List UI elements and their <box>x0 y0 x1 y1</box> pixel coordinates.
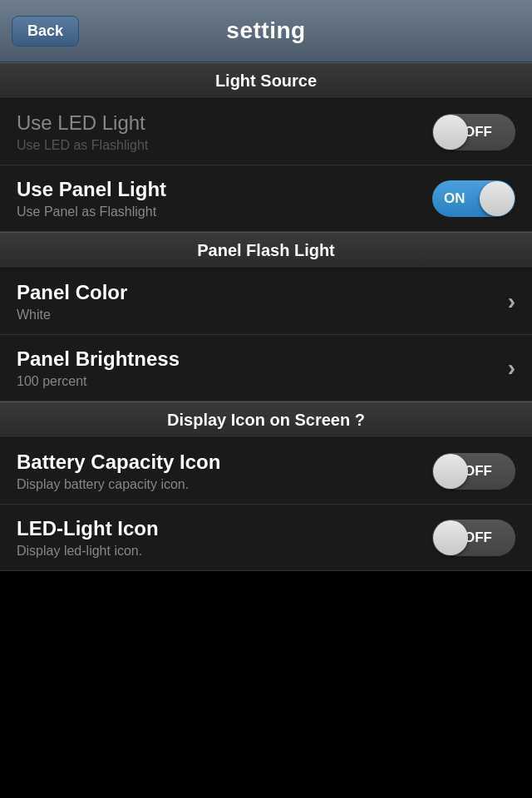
panel-brightness-title: Panel Brightness <box>17 347 508 371</box>
setting-row-content: Battery Capacity Icon Display battery ca… <box>17 451 432 492</box>
battery-capacity-toggle-knob <box>433 454 468 489</box>
panel-light-title: Use Panel Light <box>17 178 432 201</box>
setting-row-use-panel-light: Use Panel Light Use Panel as Flashlight … <box>0 165 532 232</box>
led-light-icon-subtitle: Display led-light icon. <box>17 544 432 559</box>
led-light-toggle-label: OFF <box>464 124 492 140</box>
panel-light-toggle-knob <box>480 181 515 216</box>
section-header-light-source: Light Source <box>0 62 532 99</box>
led-light-icon-toggle-knob <box>433 520 468 555</box>
section-header-panel-flash-label: Panel Flash Light <box>197 241 335 260</box>
panel-light-toggle[interactable]: ON <box>432 180 515 217</box>
section-header-panel-flash-light: Panel Flash Light <box>0 232 532 268</box>
setting-row-use-led-light: Use LED Light Use LED as Flashlight OFF <box>0 99 532 165</box>
back-button[interactable]: Back <box>12 16 79 47</box>
led-light-toggle-knob <box>433 115 468 150</box>
panel-brightness-chevron: › <box>508 355 515 382</box>
setting-row-content: Use LED Light Use LED as Flashlight <box>17 111 432 153</box>
setting-row-content: Use Panel Light Use Panel as Flashlight <box>17 178 432 219</box>
panel-color-chevron: › <box>508 288 515 315</box>
setting-row-content: Panel Brightness 100 percent <box>17 347 508 389</box>
setting-row-panel-color[interactable]: Panel Color White › <box>0 268 532 335</box>
setting-row-panel-brightness[interactable]: Panel Brightness 100 percent › <box>0 335 532 401</box>
panel-light-subtitle: Use Panel as Flashlight <box>17 204 432 219</box>
setting-row-led-light-icon: LED-Light Icon Display led-light icon. O… <box>0 505 532 571</box>
led-light-subtitle: Use LED as Flashlight <box>17 138 432 153</box>
section-header-display-icon-label: Display Icon on Screen ? <box>167 411 365 430</box>
battery-capacity-toggle-label: OFF <box>464 463 492 480</box>
led-light-icon-toggle[interactable]: OFF <box>432 520 515 556</box>
led-light-icon-toggle-label: OFF <box>464 530 492 546</box>
header-title: setting <box>226 17 305 44</box>
section-header-display-icon: Display Icon on Screen ? <box>0 401 532 438</box>
setting-row-content: LED-Light Icon Display led-light icon. <box>17 517 432 559</box>
header: Back setting <box>0 0 532 62</box>
battery-capacity-toggle[interactable]: OFF <box>432 453 515 490</box>
panel-color-subtitle: White <box>17 308 508 323</box>
setting-row-content: Panel Color White <box>17 281 508 323</box>
panel-color-title: Panel Color <box>17 281 508 304</box>
panel-brightness-subtitle: 100 percent <box>17 374 508 389</box>
led-light-toggle[interactable]: OFF <box>432 114 515 150</box>
setting-row-battery-capacity: Battery Capacity Icon Display battery ca… <box>0 438 532 505</box>
section-header-light-source-label: Light Source <box>215 71 317 91</box>
led-light-title: Use LED Light <box>17 111 432 135</box>
led-light-icon-title: LED-Light Icon <box>17 517 432 540</box>
panel-light-toggle-label: ON <box>444 190 466 207</box>
battery-capacity-title: Battery Capacity Icon <box>17 451 432 474</box>
battery-capacity-subtitle: Display battery capacity icon. <box>17 477 432 492</box>
